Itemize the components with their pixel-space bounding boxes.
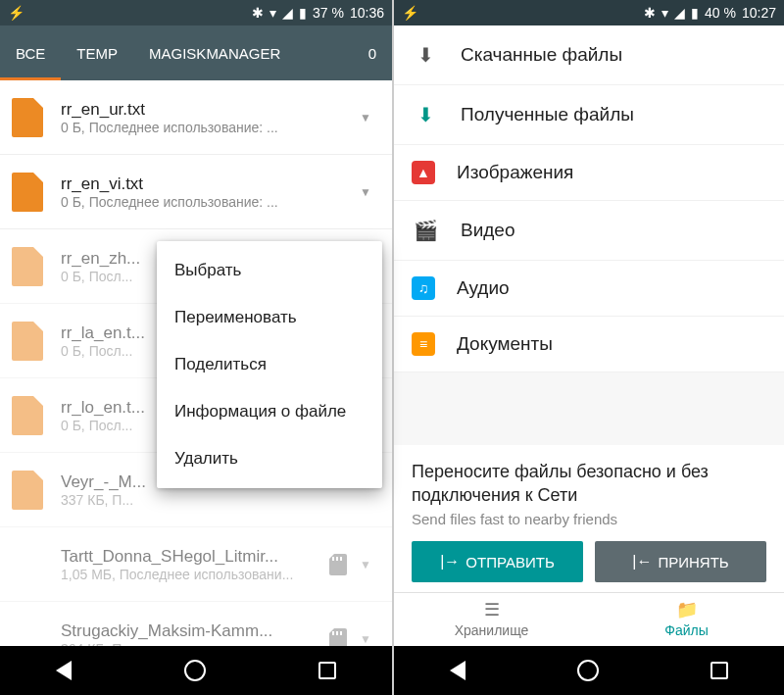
nav-recent-icon[interactable]	[318, 662, 336, 679]
tab-count-label: 0	[368, 45, 376, 62]
cat-label: Скачанные файлы	[461, 44, 622, 66]
receive-button[interactable]: |← ПРИНЯТЬ	[595, 541, 766, 582]
battery-icon: ▮	[691, 5, 699, 21]
signal-icon: ◢	[282, 5, 293, 21]
cat-label: Полученные файлы	[461, 104, 634, 125]
tab-temp[interactable]: TEMP	[61, 25, 133, 80]
bottom-tabs: ☰ Хранилище 📁 Файлы	[394, 592, 784, 646]
clock-text: 10:27	[742, 5, 776, 21]
file-icon	[12, 471, 43, 510]
cat-label: Аудио	[457, 277, 510, 299]
cat-docs[interactable]: ≡ Документы	[394, 317, 784, 372]
cat-label: Изображения	[457, 162, 573, 183]
file-name: rr_en_vi.txt	[61, 174, 351, 194]
tab-storage-label: Хранилище	[455, 622, 529, 638]
battery-text: 37 %	[313, 5, 344, 21]
file-meta: 0 Б, Последнее использование: ...	[61, 120, 351, 135]
send-button-label: ОТПРАВИТЬ	[466, 554, 554, 571]
arrow-right-icon: |→	[440, 553, 460, 571]
menu-item-rename[interactable]: Переименовать	[157, 294, 382, 341]
cat-images[interactable]: ▲ Изображения	[394, 145, 784, 201]
storage-icon: ☰	[484, 599, 500, 621]
phone-right: ⚡ ✱ ▾ ◢ ▮ 40 % 10:27 ⬇ Скачанные файлы ⬇…	[392, 0, 784, 695]
wifi-icon: ▾	[270, 5, 276, 21]
menu-item-share[interactable]: Поделиться	[157, 341, 382, 388]
battery-text: 40 %	[705, 5, 736, 21]
video-icon: 🎬	[412, 217, 439, 244]
tab-files-label: Файлы	[664, 622, 708, 638]
audio-icon: ♫	[412, 276, 435, 300]
file-row[interactable]: Strugackiy_Maksim-Kamm... 364 КБ, Послед…	[0, 602, 392, 646]
menu-item-info[interactable]: Информация о файле	[157, 388, 382, 435]
signal-icon: ◢	[674, 5, 685, 21]
nav-bar	[394, 646, 784, 695]
file-name: rr_en_ur.txt	[61, 100, 351, 120]
folder-icon: 📁	[676, 599, 698, 621]
tab-magisk[interactable]: MAGISKMANAGER	[133, 25, 296, 80]
file-icon	[12, 98, 43, 137]
file-meta: 0 Б, Последнее использование: ...	[61, 194, 351, 210]
sd-card-icon	[329, 554, 347, 575]
file-row[interactable]: Tartt_Donna_SHegol_Litmir... 1,05 МБ, По…	[0, 527, 392, 602]
menu-item-delete[interactable]: Удалить	[157, 435, 382, 482]
tab-magisk-label: MAGISKMANAGER	[149, 45, 280, 62]
file-meta: 337 КБ, П...	[61, 492, 380, 508]
chevron-down-icon[interactable]: ▼	[351, 558, 380, 571]
tabs-header: ВСЕ TEMP MAGISKMANAGER 0	[0, 25, 392, 80]
tab-storage[interactable]: ☰ Хранилище	[394, 593, 589, 646]
file-icon	[12, 396, 43, 435]
context-menu: Выбрать Переименовать Поделиться Информа…	[157, 241, 382, 488]
file-row[interactable]: rr_en_ur.txt 0 Б, Последнее использовани…	[0, 80, 392, 155]
sd-card-icon	[329, 628, 347, 647]
receive-button-label: ПРИНЯТЬ	[658, 554, 728, 571]
wifi-icon: ▾	[662, 5, 668, 21]
battery-icon: ▮	[299, 5, 307, 21]
send-button[interactable]: |→ ОТПРАВИТЬ	[412, 541, 583, 582]
file-row[interactable]: rr_en_vi.txt 0 Б, Последнее использовани…	[0, 155, 392, 229]
file-icon	[12, 173, 43, 212]
chevron-down-icon[interactable]: ▼	[351, 185, 380, 199]
chevron-down-icon[interactable]: ▼	[351, 111, 380, 124]
nav-bar	[0, 646, 392, 695]
transfer-subtitle: Send files fast to nearby friends	[412, 511, 766, 527]
file-meta: 1,05 МБ, Последнее использовани...	[61, 567, 325, 582]
tab-temp-label: TEMP	[76, 45, 118, 62]
bolt-icon: ⚡	[402, 5, 418, 21]
nav-recent-icon[interactable]	[710, 662, 728, 679]
file-icon	[12, 322, 43, 361]
cat-label: Документы	[457, 333, 553, 355]
nav-home-icon[interactable]	[184, 660, 206, 681]
arrow-left-icon: |←	[632, 553, 652, 571]
nav-home-icon[interactable]	[577, 660, 599, 681]
cat-audio[interactable]: ♫ Аудио	[394, 261, 784, 317]
status-bar: ⚡ ✱ ▾ ◢ ▮ 40 % 10:27	[394, 0, 784, 25]
bluetooth-icon: ✱	[252, 5, 264, 21]
transfer-title: Переносите файлы безопасно и без подключ…	[412, 461, 766, 507]
nav-back-icon[interactable]	[56, 661, 72, 680]
document-icon: ≡	[412, 332, 435, 356]
cat-video[interactable]: 🎬 Видео	[394, 201, 784, 261]
menu-item-select[interactable]: Выбрать	[157, 247, 382, 294]
phone-left: ⚡ ✱ ▾ ◢ ▮ 37 % 10:36 ВСЕ TEMP MAGISKMANA…	[0, 0, 392, 695]
file-meta: 364 КБ, Последнее использовани...	[61, 641, 325, 647]
download-icon: ⬇	[412, 41, 439, 69]
cat-downloads[interactable]: ⬇ Скачанные файлы	[394, 25, 784, 85]
file-name: Strugackiy_Maksim-Kamm...	[61, 621, 325, 641]
transfer-block: Переносите файлы безопасно и без подключ…	[394, 445, 784, 592]
bluetooth-icon: ✱	[644, 5, 656, 21]
tab-files[interactable]: 📁 Файлы	[589, 593, 784, 646]
clock-text: 10:36	[350, 5, 384, 21]
tab-all-label: ВСЕ	[16, 45, 45, 62]
cat-label: Видео	[461, 220, 515, 241]
chevron-down-icon[interactable]: ▼	[351, 632, 380, 646]
image-icon: ▲	[412, 161, 435, 184]
cat-received[interactable]: ⬇ Полученные файлы	[394, 85, 784, 145]
received-icon: ⬇	[412, 101, 439, 128]
nav-back-icon[interactable]	[450, 661, 466, 680]
file-name: Tartt_Donna_SHegol_Litmir...	[61, 547, 325, 567]
tab-count[interactable]: 0	[353, 25, 392, 80]
tab-all[interactable]: ВСЕ	[0, 25, 61, 80]
bolt-icon: ⚡	[8, 5, 24, 21]
file-icon	[12, 247, 43, 286]
categories-panel: ⬇ Скачанные файлы ⬇ Полученные файлы ▲ И…	[394, 25, 784, 646]
